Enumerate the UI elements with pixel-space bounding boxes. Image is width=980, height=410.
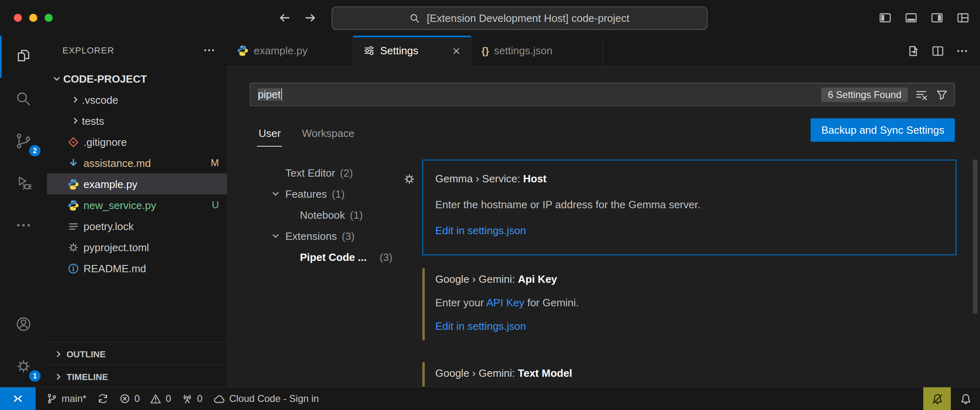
activity-search[interactable] bbox=[0, 78, 47, 120]
setting-row-google-gemini-api-key[interactable]: Google › Gemini: Api Key Enter your API … bbox=[422, 268, 956, 340]
tree-root-code-project[interactable]: CODE-PROJECT bbox=[47, 68, 227, 89]
tab-example-py[interactable]: example.py bbox=[227, 36, 353, 66]
run-and-debug-icon bbox=[15, 174, 32, 192]
explorer-more-actions-icon[interactable] bbox=[203, 44, 216, 57]
filter-icon[interactable] bbox=[935, 88, 948, 101]
chevron-right-icon bbox=[69, 115, 82, 126]
notifications-bell[interactable] bbox=[951, 393, 980, 405]
git-branch-status[interactable]: main* bbox=[46, 393, 108, 404]
split-editor-icon[interactable] bbox=[931, 44, 944, 57]
edit-in-settings-json-link[interactable]: Edit in settings.json bbox=[435, 224, 956, 237]
activity-run-debug[interactable] bbox=[0, 162, 47, 204]
settings-editor: pipet 6 Settings Found User Workspace Ba… bbox=[227, 66, 980, 387]
setting-description: Enter your API Key for Gemini. bbox=[435, 296, 956, 310]
toggle-panel-icon[interactable] bbox=[905, 11, 918, 24]
lines-icon bbox=[67, 220, 79, 232]
python-icon bbox=[237, 45, 249, 57]
tree-item-readme-md[interactable]: README.md bbox=[47, 258, 227, 279]
setting-row-gemma-service-host[interactable]: Gemma › Service: Host Enter the hostname… bbox=[422, 160, 956, 255]
bell-slash-icon bbox=[931, 393, 943, 405]
ports-status[interactable]: 0 bbox=[182, 393, 202, 404]
api-key-link[interactable]: API Key bbox=[486, 297, 524, 309]
text-caret bbox=[281, 88, 282, 100]
toc-item-extensions[interactable]: Extensions (3) bbox=[243, 225, 412, 246]
toc-item-pipet-code[interactable]: Pipet Code ... (3) bbox=[243, 246, 412, 267]
sync-changes-icon[interactable] bbox=[97, 393, 108, 404]
window-controls bbox=[14, 14, 53, 22]
chevron-down-icon bbox=[50, 73, 63, 84]
tree-item-assistance-md[interactable]: assistance.md M bbox=[47, 152, 227, 173]
settings-scrollbar[interactable] bbox=[973, 160, 978, 314]
settings-search-input[interactable]: pipet 6 Settings Found bbox=[250, 83, 955, 106]
toc-item-features[interactable]: Features (1) bbox=[243, 183, 412, 204]
chevron-right-icon bbox=[69, 94, 82, 105]
settings-scope-tabs: User Workspace bbox=[257, 124, 356, 147]
setting-title: Google › Gemini: Text Model bbox=[435, 366, 956, 380]
toc-item-text-editor[interactable]: Text Editor (2) bbox=[243, 162, 412, 183]
files-icon bbox=[15, 48, 32, 66]
toggle-secondary-sidebar-icon[interactable] bbox=[931, 11, 944, 24]
toc-item-notebook[interactable]: Notebook (1) bbox=[243, 204, 412, 225]
file-tree: CODE-PROJECT .vscode tests .gitignore bbox=[47, 65, 227, 279]
tab-settings-json[interactable]: {} settings.json bbox=[472, 36, 603, 66]
editor-more-actions-icon[interactable] bbox=[956, 44, 969, 57]
close-tab-icon[interactable] bbox=[451, 46, 461, 56]
tree-item-pyproject-toml[interactable]: pyproject.toml bbox=[47, 237, 227, 258]
backup-sync-settings-button[interactable]: Backup and Sync Settings bbox=[811, 118, 955, 142]
tab-settings[interactable]: Settings bbox=[353, 36, 472, 66]
search-icon bbox=[15, 90, 32, 108]
activity-source-control[interactable]: 2 bbox=[0, 120, 47, 162]
git-branch-icon bbox=[46, 393, 58, 404]
navigate-back-icon[interactable] bbox=[278, 11, 291, 24]
close-window-button[interactable] bbox=[14, 14, 22, 22]
remote-icon bbox=[11, 392, 24, 405]
git-status-badge: U bbox=[212, 199, 219, 211]
warning-icon bbox=[150, 393, 162, 404]
chevron-right-icon bbox=[52, 371, 65, 382]
notifications-muted-status[interactable] bbox=[923, 387, 951, 410]
vscode-window: [Extension Development Host] code-projec… bbox=[0, 0, 980, 410]
clear-search-filters-icon[interactable] bbox=[915, 88, 928, 101]
zoom-window-button[interactable] bbox=[45, 14, 53, 22]
activity-more-views[interactable] bbox=[0, 204, 47, 246]
tree-item-tests[interactable]: tests bbox=[47, 110, 227, 131]
scope-tab-user[interactable]: User bbox=[257, 124, 282, 147]
customize-layout-icon[interactable] bbox=[956, 11, 969, 24]
settings-sliders-icon bbox=[363, 45, 375, 57]
settings-toc: Text Editor (2) Features (1) Notebook (1… bbox=[243, 162, 412, 267]
activity-settings[interactable]: 1 bbox=[0, 345, 47, 387]
cloud-code-status[interactable]: Cloud Code - Sign in bbox=[213, 393, 319, 405]
activity-explorer[interactable] bbox=[0, 36, 47, 78]
toggle-primary-sidebar-icon[interactable] bbox=[879, 11, 892, 24]
chevron-down-icon bbox=[269, 230, 282, 241]
setting-row-google-gemini-text-model[interactable]: Google › Gemini: Text Model bbox=[422, 362, 956, 387]
title-bar: [Extension Development Host] code-projec… bbox=[0, 0, 980, 36]
editor-group: example.py Settings {} settings.json bbox=[227, 36, 980, 387]
outline-section-header[interactable]: OUTLINE bbox=[47, 342, 227, 365]
setting-gear-icon[interactable] bbox=[403, 173, 416, 186]
tree-item-vscode[interactable]: .vscode bbox=[47, 89, 227, 110]
settings-search-value: pipet bbox=[258, 88, 282, 100]
json-braces-icon: {} bbox=[481, 45, 489, 56]
scope-tab-workspace[interactable]: Workspace bbox=[300, 124, 356, 147]
python-icon bbox=[67, 178, 79, 190]
search-icon bbox=[410, 13, 421, 24]
edit-in-settings-json-link[interactable]: Edit in settings.json bbox=[435, 319, 956, 333]
minimize-window-button[interactable] bbox=[29, 14, 37, 22]
status-bar: main* 0 0 0 Cloud Code - Sign i bbox=[0, 387, 980, 410]
navigate-forward-icon[interactable] bbox=[304, 11, 317, 24]
setting-title: Google › Gemini: Api Key bbox=[435, 272, 956, 286]
timeline-section-header[interactable]: TIMELINE bbox=[47, 365, 227, 387]
explorer-sidebar: EXPLORER CODE-PROJECT .vscode bbox=[47, 36, 228, 387]
tree-item-poetry-lock[interactable]: poetry.lock bbox=[47, 216, 227, 237]
open-settings-json-icon[interactable] bbox=[907, 44, 920, 57]
tree-item-example-py[interactable]: example.py bbox=[47, 173, 227, 194]
activity-accounts[interactable] bbox=[0, 303, 47, 345]
tab-label: Settings bbox=[380, 45, 418, 57]
tree-item-gitignore[interactable]: .gitignore bbox=[47, 131, 227, 152]
activity-bar: 2 1 bbox=[0, 36, 48, 387]
tree-item-new-service-py[interactable]: new_service.py U bbox=[47, 194, 227, 216]
command-center-search[interactable]: [Extension Development Host] code-projec… bbox=[332, 6, 708, 30]
problems-status[interactable]: 0 0 bbox=[119, 393, 171, 404]
remote-indicator[interactable] bbox=[0, 387, 36, 410]
